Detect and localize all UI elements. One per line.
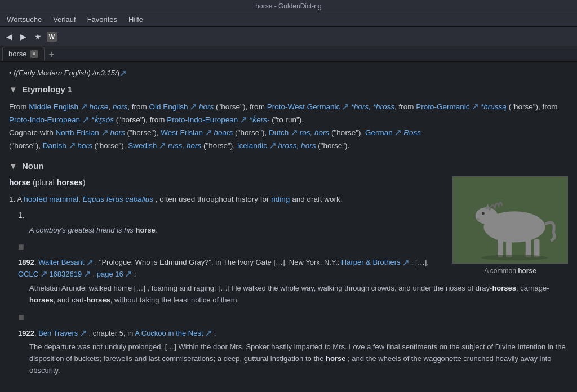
triangle-icon: ▼ bbox=[9, 84, 17, 94]
ext-link-page16[interactable] bbox=[125, 270, 132, 278]
horse-image-box bbox=[452, 176, 568, 264]
ext-link-wf[interactable] bbox=[205, 128, 212, 137]
bullet-3: ■ bbox=[18, 311, 568, 324]
def1-start: 1. A bbox=[9, 195, 22, 203]
title-bar: horse - GoldenDict-ng bbox=[0, 0, 577, 12]
cuckoo-link[interactable]: A Cuckoo in the Nest bbox=[135, 329, 203, 337]
german-term-link[interactable]: Ross bbox=[403, 128, 421, 137]
citation-1922: 1922, Ben Travers , chapter 5, in A Cuck… bbox=[18, 328, 568, 340]
proto-germanic-link[interactable]: Proto-Germanic bbox=[416, 103, 469, 111]
icelandic-link[interactable]: Icelandic bbox=[237, 141, 267, 150]
hors-oe-link[interactable]: hors bbox=[199, 103, 214, 111]
tab-close-button[interactable]: × bbox=[30, 50, 38, 58]
year-1922: 1922 bbox=[18, 329, 34, 337]
ext-link-nf[interactable] bbox=[101, 128, 108, 137]
west-frisian-link[interactable]: West Frisian bbox=[161, 128, 203, 137]
early-modern-label: (Early Modern English) /m3:15/ bbox=[16, 69, 117, 77]
quote5: ("horse"), bbox=[127, 128, 161, 137]
riding-link[interactable]: riding bbox=[271, 195, 290, 203]
from-label: From bbox=[9, 103, 29, 111]
quote-horses2: horses bbox=[29, 296, 54, 304]
ext-link-danish[interactable] bbox=[69, 141, 76, 150]
ext-link-swedish[interactable] bbox=[159, 141, 166, 150]
horse-image-container: A common horse bbox=[452, 176, 568, 277]
menu-help[interactable]: Hilfe bbox=[124, 14, 148, 25]
oclc-link[interactable]: OCLC bbox=[18, 270, 38, 278]
ext-link-oclc2[interactable] bbox=[84, 270, 91, 278]
hors-me-link[interactable]: hors bbox=[113, 103, 127, 111]
forward-button[interactable]: ▶ bbox=[17, 30, 29, 43]
from3: from bbox=[399, 103, 416, 111]
menu-history[interactable]: Verlauf bbox=[48, 14, 80, 25]
back-button[interactable]: ◀ bbox=[3, 30, 15, 43]
year-1892: 1892 bbox=[18, 258, 34, 266]
etymology-label: Etymology 1 bbox=[22, 84, 72, 94]
menu-search[interactable]: Wörtsuche bbox=[2, 14, 46, 25]
noun-section-header: ▼ Noun bbox=[9, 159, 568, 173]
ext-link-pie1[interactable] bbox=[82, 115, 89, 124]
pwg-term-link[interactable]: *hors, *hross bbox=[351, 103, 394, 111]
travers-link[interactable]: Ben Travers bbox=[38, 329, 78, 337]
oclc-number-link[interactable]: 16832619 bbox=[49, 270, 82, 278]
danish-link[interactable]: Danish bbox=[43, 141, 66, 150]
old-english-link[interactable]: Old English bbox=[149, 103, 188, 111]
ext-link-cuckoo[interactable] bbox=[205, 329, 212, 337]
horse-me-link[interactable]: horse bbox=[90, 103, 109, 111]
citation1-text: , "Prologue: Who is Edmund Gray?", in Th… bbox=[95, 258, 340, 266]
german-link[interactable]: German bbox=[365, 128, 393, 137]
new-tab-button[interactable]: + bbox=[46, 49, 59, 61]
quote-text2: , carriage- bbox=[516, 284, 549, 292]
window-title: horse - GoldenDict-ng bbox=[255, 2, 321, 10]
pie-term1-link[interactable]: *ḱr̥sós bbox=[91, 115, 114, 124]
middle-english-link[interactable]: Middle English bbox=[29, 103, 78, 111]
ext-link-oclc[interactable] bbox=[41, 270, 47, 278]
dutch-link[interactable]: Dutch bbox=[269, 128, 288, 137]
etymology-header: ▼ Etymology 1 bbox=[9, 83, 568, 96]
tab-horse[interactable]: horse × bbox=[2, 47, 45, 61]
besant-link[interactable]: Walter Besant bbox=[38, 258, 84, 266]
sub1-label: 1. bbox=[18, 211, 25, 220]
quote-text1: Athelstan Arundel walked home […] , foam… bbox=[29, 284, 492, 292]
ext-link-me[interactable] bbox=[81, 103, 87, 111]
icelandic-term-link[interactable]: hross, hors bbox=[278, 141, 316, 150]
menu-favorites[interactable]: Favorites bbox=[83, 14, 122, 25]
equus-link[interactable]: Equus ferus caballus bbox=[83, 195, 153, 203]
harper-brothers-link[interactable]: Harper & Brothers bbox=[341, 258, 401, 266]
def1-cont: , often used throughout history for bbox=[156, 195, 269, 203]
swedish-terms-link[interactable]: russ, hors bbox=[168, 141, 201, 150]
ext-link-oe[interactable] bbox=[190, 103, 197, 111]
swedish-link[interactable]: Swedish bbox=[128, 141, 157, 150]
ext-link-german[interactable] bbox=[394, 128, 401, 137]
early-modern-ref: • ((Early Modern English) /m3:15/) bbox=[9, 68, 568, 79]
svg-rect-6 bbox=[526, 238, 531, 257]
early-ext-link[interactable] bbox=[119, 69, 126, 77]
danish-term-link[interactable]: hors bbox=[77, 141, 92, 150]
ext-link-harper[interactable] bbox=[402, 258, 409, 266]
north-frisian-link[interactable]: North Frisian bbox=[56, 128, 99, 137]
ext-link-dutch[interactable] bbox=[291, 128, 298, 137]
page-16-link[interactable]: page 16 bbox=[97, 270, 123, 278]
proto-west-germanic-link[interactable]: Proto-West Germanic bbox=[267, 103, 340, 111]
ext-link-pie2[interactable] bbox=[240, 115, 247, 124]
pie-term2-link[interactable]: *ḱers- bbox=[249, 115, 270, 124]
def1-end: and draft work. bbox=[292, 195, 342, 203]
ext-link-pg[interactable] bbox=[472, 103, 478, 111]
wiki-icon: W bbox=[47, 32, 57, 42]
ext-link-pwg[interactable] bbox=[342, 103, 349, 111]
pg-term-link[interactable]: *hrussą bbox=[481, 103, 507, 111]
ext-link-besant[interactable] bbox=[86, 258, 93, 266]
nf-term-link[interactable]: hors bbox=[110, 128, 125, 137]
quote6: ("horse"), bbox=[235, 128, 269, 137]
bullet-dot-2: ■ bbox=[18, 241, 24, 252]
pie1-link[interactable]: Proto-Indo-European bbox=[9, 115, 80, 124]
ext-link-icelandic[interactable] bbox=[269, 141, 276, 150]
quote-horses3: horses bbox=[86, 296, 110, 304]
ext-link-travers[interactable] bbox=[80, 329, 87, 337]
horses-plural-link[interactable]: horses bbox=[57, 178, 83, 187]
wf-term-link[interactable]: hoars bbox=[214, 128, 233, 137]
pie2-link[interactable]: Proto-Indo-European bbox=[167, 115, 238, 124]
star-button[interactable]: ★ bbox=[32, 30, 45, 43]
noun-label: Noun bbox=[22, 161, 43, 171]
hoofed-mammal-link[interactable]: hoofed mammal bbox=[24, 195, 78, 203]
dutch-term-link[interactable]: ros, hors bbox=[300, 128, 330, 137]
